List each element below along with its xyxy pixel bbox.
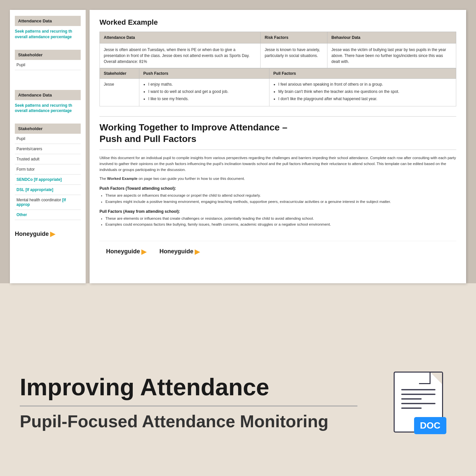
push-item-1: These are aspects or influences that enc… bbox=[105, 192, 456, 198]
spacer bbox=[15, 70, 81, 90]
stakeholder-section-top: Stakeholder Pupil bbox=[15, 50, 81, 70]
intro-para2: The Worked Example on page two can guide… bbox=[99, 176, 456, 182]
stakeholder-mh: Mental health coordinator [If approp bbox=[15, 195, 81, 210]
push-pull-table: Stakeholder Push Factors Pull Factors Je… bbox=[99, 68, 456, 106]
banner-subtitle: Pupil-Focused Attendance Monitoring bbox=[20, 411, 357, 431]
pull-item-1: These are elements or influences that cr… bbox=[105, 215, 456, 221]
col-behaviour: Behaviour Data bbox=[327, 32, 456, 43]
push-label: Push Factors (Toward attending school): bbox=[99, 186, 456, 191]
doc-line-4 bbox=[401, 403, 435, 404]
stakeholder-pupil: Pupil bbox=[15, 134, 81, 144]
col-push: Push Factors bbox=[139, 69, 269, 79]
page-separator bbox=[86, 10, 90, 283]
col-risk: Risk Factors bbox=[261, 32, 327, 43]
doc-icon: DOC bbox=[394, 372, 446, 434]
banner-title: Improving Attendance bbox=[20, 374, 357, 400]
stakeholder-pupil-top: Pupil bbox=[15, 60, 81, 70]
pull-item-2: Examples could encompass factors like bu… bbox=[105, 221, 456, 227]
stakeholder-parents: Parents/carers bbox=[15, 144, 81, 154]
banner-divider bbox=[20, 406, 357, 406]
cell-behaviour: Jesse was the victim of bullying last ye… bbox=[327, 43, 456, 68]
doc-line-1 bbox=[401, 389, 435, 390]
worked-example-title: Worked Example bbox=[99, 18, 456, 27]
col-pull: Pull Factors bbox=[269, 69, 456, 79]
logos-row: Honeyguide▶ Honeyguide▶ bbox=[99, 241, 456, 261]
honeyguide-logo-left: Honeyguide▶ bbox=[15, 230, 81, 238]
cell-push: I enjoy maths. I want to do well at scho… bbox=[139, 79, 269, 106]
doc-line-3 bbox=[401, 398, 422, 400]
left-doc-top: Attendance Data Seek patterns and recurr… bbox=[10, 10, 86, 283]
right-doc: Worked Example Attendance Data Risk Fact… bbox=[90, 10, 466, 283]
cell-risk: Jesse is known to have anxiety, particul… bbox=[261, 43, 327, 68]
attendance-data-section-top: Attendance Data Seek patterns and recurr… bbox=[15, 16, 81, 40]
honeyguide-logo-1: Honeyguide▶ bbox=[106, 248, 146, 256]
attendance-data-section-bottom: Attendance Data Seek patterns and recurr… bbox=[15, 90, 81, 114]
attendance-teal-text-bottom: Seek patterns and recurring th overall a… bbox=[15, 103, 81, 114]
doc-badge: DOC bbox=[414, 417, 446, 434]
worked-example-section: Worked Example Attendance Data Risk Fact… bbox=[99, 18, 456, 106]
attendance-data-header-bottom: Attendance Data bbox=[15, 90, 81, 100]
right-doc-content: Worked Example Attendance Data Risk Fact… bbox=[90, 10, 466, 283]
main-doc-title: Working Together to Improve Attendance –… bbox=[99, 122, 456, 145]
stakeholder-section-bottom: Stakeholder Pupil Parents/carers Trusted… bbox=[15, 124, 81, 220]
doc-icon-fold bbox=[431, 373, 442, 384]
push-item-2: Examples might include a positive learni… bbox=[105, 199, 456, 205]
stakeholder-other: Other bbox=[15, 210, 81, 220]
pull-label: Pull Factors (Away from attending school… bbox=[99, 209, 456, 214]
divider bbox=[99, 116, 456, 117]
stakeholder-form-tutor: Form tutor bbox=[15, 164, 81, 175]
stakeholder-trusted: Trusted adult bbox=[15, 154, 81, 164]
banner-text-area: Improving Attendance Pupil-Focused Atten… bbox=[20, 374, 357, 431]
stakeholder-header-top: Stakeholder bbox=[15, 50, 81, 60]
col-stakeholder: Stakeholder bbox=[100, 69, 139, 79]
cell-attendance: Jesse is often absent on Tuesdays, when … bbox=[100, 43, 261, 68]
cell-name: Jesse bbox=[100, 79, 139, 106]
honeyguide-logo-2: Honeyguide▶ bbox=[159, 248, 200, 256]
honey-arrow-2: ▶ bbox=[195, 248, 200, 256]
stakeholder-header-bottom: Stakeholder bbox=[15, 124, 81, 134]
pull-list: These are elements or influences that cr… bbox=[99, 215, 456, 228]
intro-para1: Utilise this document for an individual … bbox=[99, 155, 456, 173]
worked-example-table: Attendance Data Risk Factors Behaviour D… bbox=[99, 32, 456, 68]
bottom-banner: Improving Attendance Pupil-Focused Atten… bbox=[0, 329, 476, 476]
honey-arrow-1: ▶ bbox=[141, 248, 146, 256]
doc-icon-lines bbox=[401, 389, 435, 412]
stakeholder-dsl: DSL [If appropriate] bbox=[15, 185, 81, 195]
cell-pull: I feel anxious when speaking in front of… bbox=[269, 79, 456, 106]
col-attendance: Attendance Data bbox=[100, 32, 261, 43]
main-text-area: Working Together to Improve Attendance –… bbox=[99, 122, 456, 228]
pages-area: Attendance Data Seek patterns and recurr… bbox=[0, 0, 476, 283]
banner-icon-area: DOC bbox=[384, 372, 456, 434]
honey-arrow-left: ▶ bbox=[50, 230, 55, 238]
push-list: These are aspects or influences that enc… bbox=[99, 192, 456, 205]
title-divider bbox=[99, 150, 456, 150]
attendance-data-header-top: Attendance Data bbox=[15, 16, 81, 26]
attendance-teal-text-top: Seek patterns and recurring th overall a… bbox=[15, 29, 81, 40]
left-doc-top-content: Attendance Data Seek patterns and recurr… bbox=[10, 10, 86, 283]
doc-icon-fold-line bbox=[419, 373, 431, 384]
logo-left: Honeyguide▶ bbox=[15, 220, 81, 238]
doc-line-2 bbox=[401, 394, 435, 395]
stakeholder-sendco: SENDCo [If appropriate] bbox=[15, 175, 81, 185]
doc-line-5 bbox=[401, 407, 422, 409]
